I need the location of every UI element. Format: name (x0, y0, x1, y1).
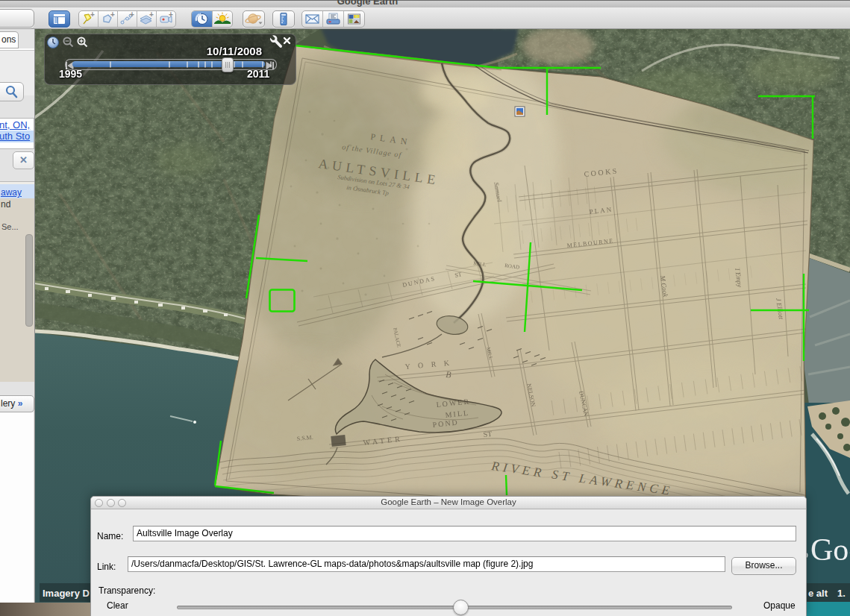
svg-text:Imagery D: Imagery D (43, 588, 90, 599)
svg-text:1.: 1. (837, 588, 846, 599)
svg-text:ST: ST (454, 271, 463, 279)
svg-text:+: + (110, 11, 115, 19)
svg-text:+: + (169, 11, 173, 19)
svg-text:Google: Google (810, 532, 850, 567)
svg-text:+: + (90, 11, 95, 19)
svg-text:+: + (130, 11, 134, 19)
svg-text:e alt: e alt (808, 588, 828, 599)
svg-text:+: + (149, 11, 154, 19)
svg-text:ST: ST (483, 430, 493, 439)
